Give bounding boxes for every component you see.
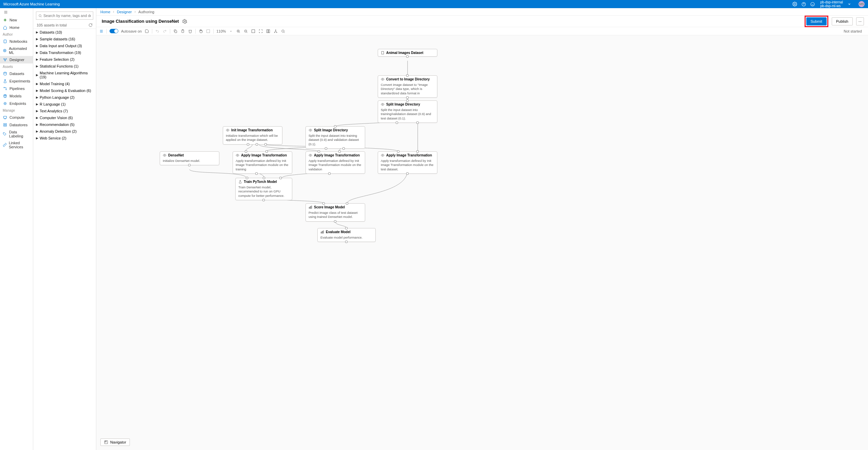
nav-data-labeling[interactable]: Data Labeling [0, 129, 33, 139]
node-train[interactable]: Train PyTorch Model Train DenseNet model… [235, 178, 292, 200]
asset-group[interactable]: ▶Data Input and Output (3) [33, 42, 96, 49]
refresh-icon[interactable] [88, 23, 93, 27]
hand-icon[interactable] [198, 29, 203, 34]
caret-right-icon: ▶ [36, 109, 38, 113]
asset-group[interactable]: ▶Statistical Functions (1) [33, 63, 96, 70]
breadcrumb-home[interactable]: Home [100, 10, 110, 14]
asset-group[interactable]: ▶Model Scoring & Evaluation (6) [33, 87, 96, 94]
node-split2[interactable]: Split Image Directory Split the input da… [305, 126, 365, 149]
chevron-down-icon[interactable] [229, 29, 233, 34]
svg-point-17 [4, 72, 6, 73]
more-button[interactable]: ··· [856, 17, 864, 25]
eye-icon [381, 153, 384, 157]
svg-rect-22 [4, 116, 7, 118]
asset-group[interactable]: ▶Datasets (10) [33, 29, 96, 36]
app-title: Microsoft Azure Machine Learning [3, 2, 60, 6]
help-icon[interactable] [801, 2, 806, 6]
hamburger-icon[interactable] [0, 8, 33, 16]
publish-button[interactable]: Publish [832, 17, 853, 25]
node-score[interactable]: Score Image Model Predict image class of… [305, 203, 365, 222]
eye-icon [309, 153, 312, 157]
nav-experiments[interactable]: Experiments [0, 77, 33, 85]
list-icon[interactable] [99, 29, 104, 34]
search-input[interactable] [43, 14, 91, 18]
search-canvas-icon[interactable] [281, 29, 285, 34]
datasets-icon [3, 71, 7, 76]
asset-group[interactable]: ▶Feature Selection (2) [33, 56, 96, 63]
select-icon[interactable] [206, 29, 211, 34]
node-dataset[interactable]: Animal Images Dataset [378, 49, 437, 57]
svg-point-53 [382, 104, 383, 105]
search-input-wrapper[interactable] [36, 12, 93, 20]
node-init[interactable]: Init Image Transformation Initialize tra… [223, 126, 282, 145]
submit-button[interactable]: Submit [806, 17, 827, 25]
nav-datastores[interactable]: Datastores [0, 121, 33, 129]
asset-panel: 105 assets in total ▶Datasets (10)▶Sampl… [33, 8, 96, 450]
nav-automl[interactable]: Automated ML [0, 45, 33, 56]
autosave-toggle[interactable] [110, 29, 118, 33]
node-convert[interactable]: Convert to Image Directory Convert image… [378, 75, 437, 98]
nav-notebooks[interactable]: Notebooks [0, 38, 33, 45]
asset-group[interactable]: ▶Web Service (2) [33, 135, 96, 142]
asset-group[interactable]: ▶Model Training (4) [33, 80, 96, 87]
tree-icon[interactable] [273, 29, 278, 34]
asset-group[interactable]: ▶Machine Learning Algorithms (19) [33, 70, 96, 80]
svg-rect-43 [252, 30, 255, 33]
fit-icon[interactable] [251, 29, 256, 34]
node-desc: Apply transformation defined by Init Ima… [233, 159, 292, 173]
layout-icon[interactable] [266, 29, 271, 34]
copy-icon[interactable] [173, 29, 178, 34]
node-split1[interactable]: Split Image Directory Split the input da… [378, 100, 437, 123]
canvas[interactable]: Animal Images Dataset Convert to Image D… [96, 35, 868, 450]
breadcrumb-designer[interactable]: Designer [117, 10, 132, 14]
nav-endpoints[interactable]: Endpoints [0, 100, 33, 107]
nav-pipelines[interactable]: Pipelines [0, 85, 33, 92]
nav-label: Linked Services [9, 141, 30, 149]
asset-group[interactable]: ▶Recommendation (5) [33, 121, 96, 128]
nav-designer[interactable]: Designer [0, 56, 33, 63]
home-icon [3, 25, 7, 30]
redo-icon[interactable] [162, 29, 167, 34]
asset-group[interactable]: ▶Text Analytics (7) [33, 108, 96, 114]
node-apply2[interactable]: Apply Image Transformation Apply transfo… [305, 151, 365, 174]
fullscreen-icon[interactable] [258, 29, 263, 34]
smiley-icon[interactable] [810, 2, 815, 6]
chevron-down-icon[interactable] [847, 2, 852, 6]
gear-icon[interactable] [182, 19, 187, 24]
workspace-picker[interactable]: pb-dsp-internal pb-dsp-ml-ws [820, 0, 843, 8]
gear-icon[interactable] [792, 2, 797, 6]
navigator-button[interactable]: Navigator [100, 438, 130, 446]
nav-new[interactable]: New [0, 16, 33, 24]
svg-rect-44 [267, 30, 268, 33]
zoom-out-icon[interactable] [243, 29, 248, 34]
caret-right-icon: ▶ [36, 136, 38, 140]
flask-icon [3, 79, 7, 83]
zoom-label[interactable]: 110% [216, 29, 226, 33]
asset-group[interactable]: ▶Anomaly Detection (2) [33, 128, 96, 135]
asset-group[interactable]: ▶Sample datasets (16) [33, 36, 96, 42]
asset-group[interactable]: ▶Python Language (2) [33, 94, 96, 101]
nav-datasets[interactable]: Datasets [0, 70, 33, 77]
node-eval[interactable]: Evaluate Model Evaluate model performanc… [317, 228, 376, 242]
delete-icon[interactable] [188, 29, 193, 34]
cube-icon [3, 94, 7, 98]
node-densenet[interactable]: DenseNet Initialize DenseNet model. [160, 151, 219, 165]
asset-group[interactable]: ▶R Language (1) [33, 101, 96, 108]
caret-right-icon: ▶ [36, 89, 38, 92]
nav-home[interactable]: Home [0, 24, 33, 31]
paste-icon[interactable] [180, 29, 185, 34]
asset-group[interactable]: ▶Computer Vision (6) [33, 114, 96, 121]
asset-group[interactable]: ▶Data Transformation (19) [33, 49, 96, 56]
avatar[interactable]: MS [859, 1, 865, 7]
nav-compute[interactable]: Compute [0, 114, 33, 121]
nav-models[interactable]: Models [0, 92, 33, 100]
save-icon[interactable] [144, 29, 149, 34]
asset-group-label: Statistical Functions (1) [40, 64, 78, 68]
zoom-in-icon[interactable] [236, 29, 241, 34]
nav-label: Experiments [9, 79, 30, 83]
nav-label: Datasets [9, 72, 24, 76]
undo-icon[interactable] [155, 29, 160, 34]
nav-linked-services[interactable]: Linked Services [0, 139, 33, 150]
node-apply1[interactable]: Apply Image Transformation Apply transfo… [233, 151, 292, 174]
node-apply3[interactable]: Apply Image Transformation Apply transfo… [378, 151, 437, 174]
